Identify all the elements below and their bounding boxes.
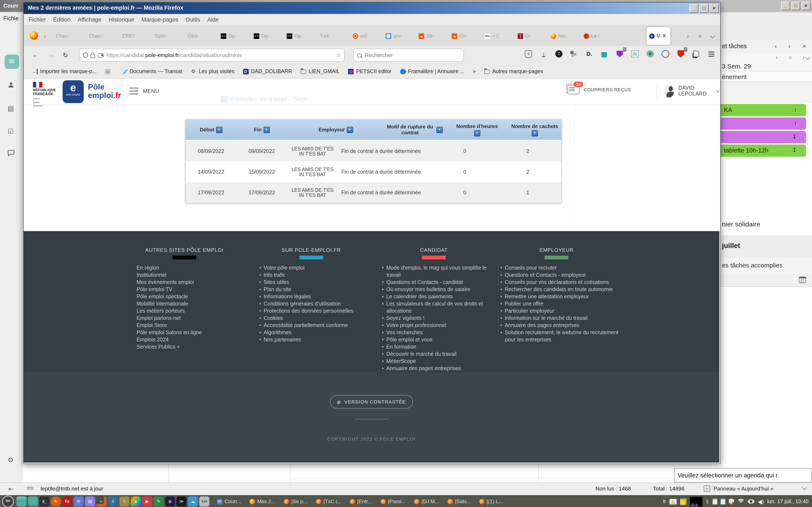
table-row[interactable]: 08/09/2022 09/09/2022 LES AMIS DE T'ES I…: [186, 141, 561, 161]
maximize-button[interactable]: □: [791, 2, 800, 10]
footer-link[interactable]: Mes évènements emploi: [137, 279, 239, 286]
launcher-icon[interactable]: ✎: [154, 496, 164, 507]
contrast-version-button[interactable]: ø VERSION CONTRASTÉE: [330, 395, 413, 408]
footer-link[interactable]: Conseils pour vos déclarations et cotisa…: [500, 279, 620, 286]
footer-link[interactable]: Publier une offre: [500, 300, 620, 307]
sort-icon[interactable]: [437, 126, 443, 133]
footer-link[interactable]: Particulier employeur: [500, 307, 620, 315]
collapse-pane-icon[interactable]: ⇤: [8, 486, 13, 492]
prev-day-icon[interactable]: ‹: [776, 54, 777, 60]
audio-spectrum-widget[interactable]: [690, 497, 703, 506]
close-icon[interactable]: ×: [803, 43, 806, 49]
extension-icon[interactable]: 4: [676, 49, 686, 59]
sort-icon[interactable]: [263, 126, 270, 133]
footer-link[interactable]: Les simulateurs de calcul de vos droits …: [382, 300, 493, 315]
footer-link[interactable]: Info trafic: [259, 272, 370, 279]
footer-link[interactable]: Pôle emploi TV: [137, 286, 239, 293]
browser-tab[interactable]: « C': [482, 28, 515, 44]
extension-icon[interactable]: [554, 49, 564, 59]
footer-link[interactable]: Information sur le marché du travail: [500, 315, 620, 322]
footer-link[interactable]: Remettre une attestation employeur: [500, 293, 620, 300]
launcher-icon[interactable]: ↻: [51, 496, 61, 507]
taskbar-window-button[interactable]: Mes 2...: [246, 496, 279, 507]
bookmark-item[interactable]: Importer les marque-p...: [31, 68, 97, 74]
sort-icon[interactable]: [531, 130, 538, 136]
bookmark-star-icon[interactable]: ☆: [336, 52, 341, 58]
extension-icon[interactable]: [585, 49, 594, 59]
courriers-recus-button[interactable]: 36 COURRIERS REÇUS: [567, 85, 631, 94]
browser-tab[interactable]: edit: [350, 28, 383, 44]
start-menu-button[interactable]: lm: [2, 496, 14, 507]
previous-icon[interactable]: ‹: [775, 43, 777, 49]
active-tab[interactable]: M ✕: [647, 27, 670, 45]
footer-link[interactable]: Annuaire des pages entreprises: [382, 365, 493, 372]
lock-icon[interactable]: [91, 54, 95, 58]
new-tab-icon[interactable]: +: [698, 33, 702, 39]
footer-link[interactable]: Soyez vigilants !: [382, 315, 493, 322]
launcher-icon[interactable]: [16, 496, 27, 507]
bookmark-item[interactable]: »: [473, 68, 476, 74]
extension-icon[interactable]: [645, 49, 655, 59]
bookmark-item[interactable]: DAD_DOLIBARR: [243, 68, 292, 74]
firefox-logo-icon[interactable]: [30, 31, 38, 40]
footer-link[interactable]: Pôle emploi Salons en ligne: [137, 329, 239, 336]
footer-link[interactable]: Services Publics +: [137, 343, 239, 351]
firefox-titlebar[interactable]: Mes 2 dernières années | pole-emploi.fr …: [24, 3, 720, 14]
launcher-icon[interactable]: [28, 496, 38, 507]
calendar-event[interactable]: tablette 10h-12h: [720, 145, 806, 157]
chat-icon[interactable]: [8, 150, 14, 158]
next-day-icon[interactable]: ›: [803, 54, 805, 60]
launcher-icon[interactable]: +-: [96, 496, 107, 507]
footer-link[interactable]: Nos partenaires: [259, 336, 370, 343]
browser-tab[interactable]: Otolo: [185, 28, 218, 44]
footer-link[interactable]: Solution recrutement, le webzine du recr…: [500, 329, 620, 343]
bookmark-item[interactable]: Autres marque-pages: [484, 68, 543, 74]
calendar-grid-icon[interactable]: [799, 277, 806, 283]
footer-link[interactable]: MétierScope: [382, 358, 493, 365]
new-event-row[interactable]: ènement: [720, 71, 812, 82]
browser-tab[interactable]: grou: [383, 28, 416, 44]
menu-item[interactable]: Fichier: [29, 16, 46, 22]
footer-link[interactable]: Votre pôle emploi: [259, 265, 370, 272]
footer-link[interactable]: En formation: [382, 343, 493, 351]
footer-link[interactable]: Emploi parlons-net: [137, 315, 239, 322]
launcher-icon[interactable]: ō: [108, 496, 118, 507]
menu-item[interactable]: Affichage: [78, 16, 101, 22]
extension-icon[interactable]: 0: [615, 49, 625, 59]
browser-tab[interactable]: Stre: [416, 28, 449, 44]
tasks-icon[interactable]: ☑: [8, 127, 14, 135]
extension-icon[interactable]: [706, 49, 716, 59]
launcher-icon[interactable]: ▶: [142, 496, 152, 507]
launcher-icon[interactable]: Fz: [62, 496, 72, 507]
tab-close-icon[interactable]: ✕: [662, 33, 666, 39]
calendar-event[interactable]: [720, 117, 806, 130]
scroll-tabs-right-icon[interactable]: ›: [687, 33, 689, 39]
keyboard-layout[interactable]: fr: [663, 499, 666, 504]
container-tab-icon[interactable]: [98, 53, 104, 57]
footer-link[interactable]: Emplois 2024: [137, 336, 239, 343]
minimize-button[interactable]: _: [689, 4, 698, 13]
extension-icon[interactable]: [661, 49, 670, 59]
bookmark-item[interactable]: [105, 69, 113, 74]
footer-link[interactable]: Algorithmes: [259, 329, 370, 336]
launcher-icon[interactable]: ✉: [73, 496, 84, 507]
settings-gear-icon[interactable]: ⚙: [8, 456, 14, 464]
browser-tab[interactable]: Nou: [548, 28, 581, 44]
footer-link[interactable]: Pôle emploi et vous: [382, 336, 493, 343]
chevron-down-icon[interactable]: [805, 55, 810, 60]
close-button[interactable]: ×: [801, 2, 810, 10]
close-button[interactable]: ×: [710, 4, 718, 13]
footer-link[interactable]: Mobilité internationale: [137, 300, 239, 307]
footer-link[interactable]: Sites utiles: [259, 279, 370, 286]
browser-tab[interactable]: Stre: [449, 28, 482, 44]
table-row[interactable]: 14/09/2022 15/09/2022 LES AMIS DE T'ES I…: [186, 161, 561, 182]
search-bar[interactable]: Rechercher: [353, 49, 464, 62]
calendar-event[interactable]: KA: [720, 104, 806, 116]
today-icon[interactable]: ○: [789, 54, 792, 60]
extension-icon[interactable]: [569, 49, 579, 59]
menu-item[interactable]: Aide: [207, 16, 219, 22]
browser-tab[interactable]: La b: [581, 28, 614, 44]
volume-icon[interactable]: ◀): [758, 498, 764, 505]
footer-link[interactable]: Les métiers porteurs: [137, 307, 239, 315]
browser-tab[interactable]: Turtl-: [317, 28, 350, 44]
